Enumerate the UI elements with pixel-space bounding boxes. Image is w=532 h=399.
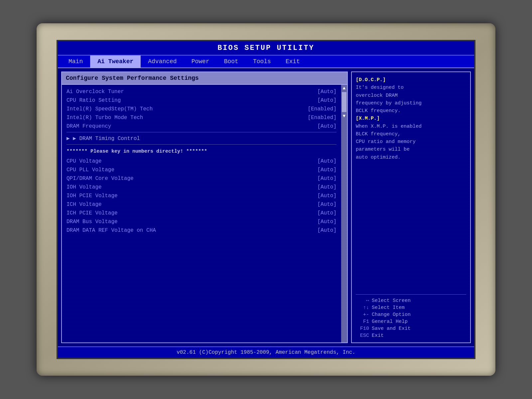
left-panel: Configure System Performance Settings Ai… <box>61 71 348 343</box>
setting-name: QPI/DRAM Core Voltage <box>66 176 317 182</box>
setting-name: DRAM DATA REF Voltage on CHA <box>66 227 317 233</box>
key-desc: Save and Exit <box>372 326 411 332</box>
key-symbol: F1 <box>356 319 369 325</box>
setting-value: [Auto] <box>317 184 336 190</box>
settings-list: Ai Overclock Tuner[Auto]CPU Ratio Settin… <box>62 85 341 342</box>
scroll-up-arrow[interactable]: ▲ <box>341 85 347 91</box>
setting-value: [Enabled] <box>308 106 336 112</box>
setting-value: [Auto] <box>317 167 336 173</box>
setting-value: [Auto] <box>317 89 336 95</box>
setting-name: DRAM Frequency <box>66 123 317 129</box>
help-line: CPU ratio and memory <box>356 138 466 146</box>
setting-value: [Auto] <box>317 227 336 233</box>
nav-item-main[interactable]: Main <box>61 56 90 67</box>
key-symbol: ↔ <box>356 298 369 304</box>
scrollbar-thumb[interactable] <box>342 92 346 112</box>
setting-row[interactable]: CPU Ratio Setting[Auto] <box>62 96 341 105</box>
key-desc: Select Screen <box>372 298 411 304</box>
key-desc: Select Item <box>372 305 405 311</box>
setting-row[interactable]: IOH PCIE Voltage[Auto] <box>62 192 341 200</box>
nav-bar: MainAi TweakerAdvancedPowerBootToolsExit <box>58 56 474 68</box>
setting-row[interactable]: CPU Voltage[Auto] <box>62 157 341 166</box>
nav-item-boot[interactable]: Boot <box>217 56 246 67</box>
setting-name: ICH PCIE Voltage <box>66 210 317 216</box>
panel-header: Configure System Performance Settings <box>62 72 347 85</box>
title-bar: BIOS SETUP UTILITY <box>58 41 474 56</box>
monitor-bezel: BIOS SETUP UTILITY MainAi TweakerAdvance… <box>37 23 495 376</box>
setting-name: Intel(R) SpeedStep(TM) Tech <box>66 106 308 112</box>
help-text: [D.O.C.P.]It's designed tooverclock DRAM… <box>356 76 466 292</box>
key-symbol: F10 <box>356 326 369 332</box>
nav-item-ai-tweaker[interactable]: Ai Tweaker <box>90 56 141 67</box>
setting-value: [Auto] <box>317 158 336 164</box>
help-line: overclock DRAM <box>356 92 466 99</box>
setting-row[interactable]: DRAM DATA REF Voltage on CHA[Auto] <box>62 226 341 235</box>
scrollbar[interactable]: ▲ ▼ <box>341 85 347 342</box>
key-desc: Exit <box>372 333 384 338</box>
setting-value: [Auto] <box>317 219 336 225</box>
setting-name: Intel(R) Turbo Mode Tech <box>66 115 308 121</box>
status-bar: v02.61 (C)Copyright 1985-2009, American … <box>58 346 474 358</box>
keybind-row: ESCExit <box>356 333 466 338</box>
key-symbol: ↑↓ <box>356 305 369 311</box>
scroll-down-arrow[interactable]: ▼ <box>341 113 347 119</box>
setting-name: IOH PCIE Voltage <box>66 193 317 199</box>
help-line: When X.M.P. is enabled <box>356 123 466 130</box>
nav-item-power[interactable]: Power <box>184 56 217 67</box>
keybind-row: F1General Help <box>356 319 466 325</box>
setting-row[interactable]: CPU PLL Voltage[Auto] <box>62 166 341 174</box>
setting-value: [Enabled] <box>308 115 336 121</box>
setting-row[interactable]: Intel(R) SpeedStep(TM) Tech[Enabled] <box>62 105 341 113</box>
setting-name: IOH Voltage <box>66 184 317 190</box>
setting-row[interactable]: ICH PCIE Voltage[Auto] <box>62 209 341 217</box>
keybind-row: ↔Select Screen <box>356 298 466 304</box>
keybindings: ↔Select Screen↑↓Select Item+-Change Opti… <box>356 294 466 338</box>
setting-name: DRAM Bus Voltage <box>66 219 317 225</box>
setting-value: [Auto] <box>317 201 336 207</box>
key-desc: Change Option <box>372 312 411 318</box>
right-panel: [D.O.C.P.]It's designed tooverclock DRAM… <box>351 71 471 343</box>
notice-text: ******* Please key in numbers directly! … <box>62 146 341 157</box>
keybind-row: +-Change Option <box>356 312 466 318</box>
setting-row[interactable]: DRAM Frequency[Auto] <box>62 122 341 131</box>
key-symbol: +- <box>356 312 369 318</box>
scrollbar-area: Ai Overclock Tuner[Auto]CPU Ratio Settin… <box>62 85 347 342</box>
setting-name: CPU PLL Voltage <box>66 167 317 173</box>
keybind-row: F10Save and Exit <box>356 326 466 332</box>
setting-row[interactable]: Intel(R) Turbo Mode Tech[Enabled] <box>62 113 341 122</box>
nav-item-tools[interactable]: Tools <box>246 56 278 67</box>
setting-name: CPU Voltage <box>66 158 317 164</box>
separator <box>66 144 336 145</box>
setting-row[interactable]: QPI/DRAM Core Voltage[Auto] <box>62 174 341 183</box>
setting-row[interactable]: IOH Voltage[Auto] <box>62 183 341 192</box>
setting-value: [Auto] <box>317 176 336 182</box>
screen: BIOS SETUP UTILITY MainAi TweakerAdvance… <box>57 40 475 359</box>
setting-value: [Auto] <box>317 210 336 216</box>
help-line: It's designed to <box>356 84 466 91</box>
help-line: parameters will be <box>356 146 466 153</box>
setting-value: [Auto] <box>317 97 336 103</box>
help-line: frequency by adjusting <box>356 99 466 107</box>
setting-row[interactable]: DRAM Bus Voltage[Auto] <box>62 217 341 226</box>
app-title: BIOS SETUP UTILITY <box>217 44 315 52</box>
setting-value: [Auto] <box>317 123 336 129</box>
submenu-dram-timing[interactable]: ▶ DRAM Timing Control <box>62 134 341 143</box>
nav-item-advanced[interactable]: Advanced <box>141 56 184 67</box>
help-line: [D.O.C.P.] <box>356 76 466 84</box>
setting-name: CPU Ratio Setting <box>66 97 317 103</box>
keybind-row: ↑↓Select Item <box>356 305 466 311</box>
separator <box>66 132 336 132</box>
content-area: Configure System Performance Settings Ai… <box>58 68 474 346</box>
help-line: BLCK frequency, <box>356 130 466 138</box>
setting-value: [Auto] <box>317 193 336 199</box>
key-symbol: ESC <box>356 333 369 338</box>
help-line: BCLK frequency. <box>356 107 466 115</box>
help-line: auto optimized. <box>356 154 466 161</box>
setting-row[interactable]: Ai Overclock Tuner[Auto] <box>62 87 341 96</box>
setting-name: ICH Voltage <box>66 201 317 207</box>
key-desc: General Help <box>372 319 408 325</box>
setting-row[interactable]: ICH Voltage[Auto] <box>62 200 341 209</box>
setting-name: Ai Overclock Tuner <box>66 89 317 95</box>
nav-item-exit[interactable]: Exit <box>278 56 307 67</box>
help-line: [X.M.P.] <box>356 115 466 122</box>
